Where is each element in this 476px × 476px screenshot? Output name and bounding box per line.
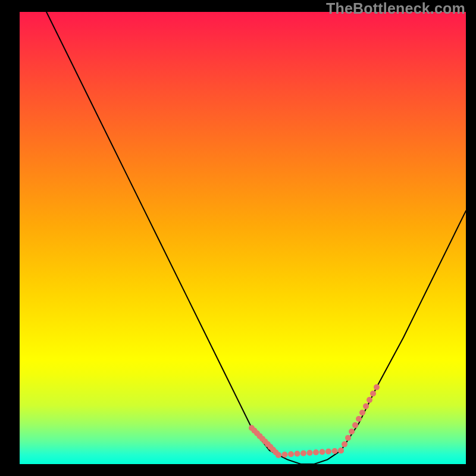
highlight-dot <box>300 450 306 456</box>
highlight-dot <box>313 449 319 455</box>
highlight-dot <box>338 447 344 453</box>
highlight-dot <box>363 403 369 409</box>
highlight-dot <box>345 435 351 441</box>
highlight-dot <box>332 448 338 454</box>
bottleneck-curve <box>46 12 466 464</box>
highlight-dot <box>356 416 362 422</box>
highlight-dot <box>282 452 288 458</box>
highlight-dot <box>342 441 347 447</box>
highlight-dot <box>352 422 358 428</box>
gradient-plot-background <box>20 12 466 464</box>
highlight-dots <box>249 384 380 458</box>
highlight-dot <box>307 450 313 456</box>
highlight-dot <box>349 428 355 434</box>
watermark-text: TheBottleneck.com <box>326 0 465 17</box>
highlight-dot <box>288 451 294 457</box>
highlight-dot <box>295 451 300 457</box>
bottleneck-curve-svg <box>20 12 466 464</box>
highlight-dot <box>325 449 331 455</box>
highlight-dot <box>275 452 281 458</box>
highlight-dot <box>374 384 380 390</box>
highlight-dot <box>320 449 325 455</box>
highlight-dot <box>367 397 372 403</box>
highlight-dot <box>359 409 365 415</box>
highlight-dot <box>370 390 376 396</box>
